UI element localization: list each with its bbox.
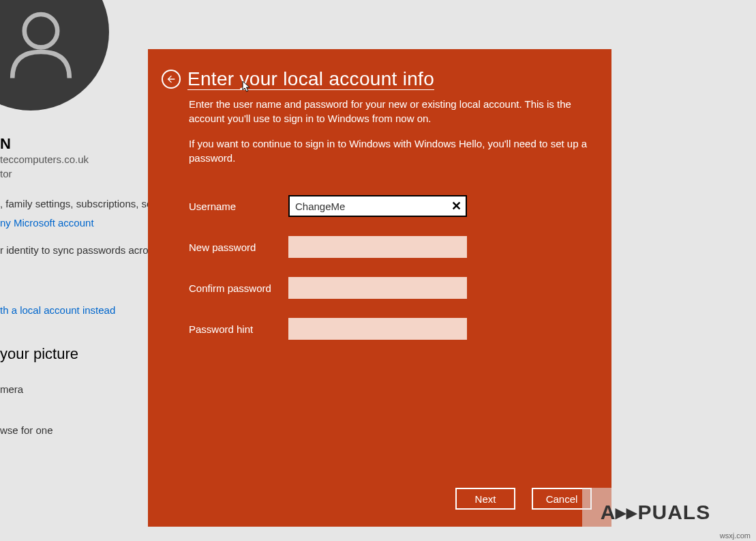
new-password-row: New password [189,236,591,258]
next-button[interactable]: Next [455,488,515,510]
avatar [0,0,109,111]
watermark-overlay: A▸▸PUALS [582,488,729,536]
close-icon: ✕ [451,199,462,214]
confirm-password-input-wrapper [288,277,467,299]
picture-heading: your picture [0,345,78,363]
username-input-wrapper: ✕ [288,195,467,217]
modal-description-1: Enter the user name and password for you… [189,97,591,126]
modal-button-row: Next Cancel [455,488,592,510]
password-hint-input-wrapper [288,318,467,340]
arrow-left-icon [166,74,177,85]
back-button[interactable] [162,70,181,89]
ms-account-link[interactable]: ny Microsoft account [0,217,94,229]
modal-title: Enter your local account info [187,68,434,90]
password-hint-row: Password hint [189,318,591,340]
camera-option[interactable]: mera [0,383,23,395]
confirm-password-row: Confirm password [189,277,591,299]
new-password-label: New password [189,242,288,253]
bg-role-partial: tor [0,168,12,179]
local-account-link[interactable]: th a local account instead [0,304,115,316]
browse-option[interactable]: wse for one [0,424,53,436]
modal-header: Enter your local account info [162,68,591,90]
svg-point-0 [25,14,57,47]
form-section: Username ✕ New password Confirm password… [189,195,591,340]
new-password-input[interactable] [288,236,467,258]
bg-username-partial: N [0,135,11,153]
username-input[interactable] [288,195,467,217]
clear-username-button[interactable]: ✕ [449,199,463,213]
modal-description-2: If you want to continue to sign in to Wi… [189,136,591,165]
local-account-modal: Enter your local account info Enter the … [148,49,611,527]
bg-identity-text: r identity to sync passwords across [0,244,159,256]
user-icon [3,7,78,82]
username-row: Username ✕ [189,195,591,217]
new-password-input-wrapper [288,236,467,258]
watermark-corner-text: wsxj.com [720,531,751,540]
bg-info-text: , family settings, subscriptions, sec [0,198,157,209]
confirm-password-input[interactable] [288,277,467,299]
password-hint-label: Password hint [189,323,288,335]
password-hint-input[interactable] [288,318,467,340]
confirm-password-label: Confirm password [189,282,288,294]
bg-email-partial: teccomputers.co.uk [0,153,89,165]
username-label: Username [189,201,288,212]
